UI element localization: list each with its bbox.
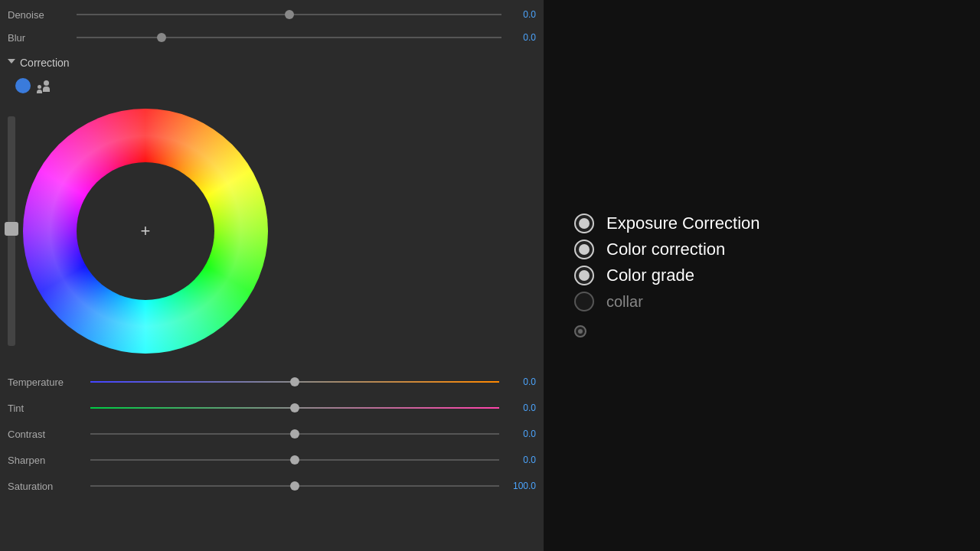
temperature-label: Temperature xyxy=(8,377,84,388)
option-color-grade[interactable]: Color grade xyxy=(574,266,949,285)
radio-exposure-outer[interactable] xyxy=(574,214,594,233)
correction-chevron-icon xyxy=(8,59,15,67)
contrast-track[interactable] xyxy=(90,433,499,435)
radio-color-grade-inner xyxy=(579,270,590,281)
radio-color-correction-inner xyxy=(579,244,590,255)
blur-track[interactable] xyxy=(77,37,501,38)
denoise-thumb[interactable] xyxy=(285,10,294,19)
people-icon xyxy=(37,78,55,93)
option-collar[interactable]: collar xyxy=(574,292,949,311)
radio-collar-outer[interactable] xyxy=(574,292,594,311)
denoise-label: Denoise xyxy=(8,9,69,21)
correction-icons xyxy=(0,75,544,101)
blur-value: 0.0 xyxy=(509,32,536,43)
contrast-label: Contrast xyxy=(8,429,84,440)
color-correction-label: Color correction xyxy=(606,240,725,259)
collar-label: collar xyxy=(606,293,643,311)
blur-row: Blur 0.0 xyxy=(8,26,536,49)
correction-header[interactable]: Correction xyxy=(8,57,536,69)
small-radio-outer[interactable] xyxy=(574,325,586,337)
brightness-slider-thumb[interactable] xyxy=(5,222,18,236)
color-wheel-crosshair-icon[interactable]: + xyxy=(141,221,151,241)
saturation-thumb[interactable] xyxy=(290,481,299,491)
denoise-value: 0.0 xyxy=(509,9,536,20)
brightness-vertical-slider[interactable] xyxy=(8,116,15,346)
color-wheel[interactable]: + xyxy=(23,109,268,354)
saturation-row: Saturation 100.0 xyxy=(8,473,536,499)
option-color-correction[interactable]: Color correction xyxy=(574,240,949,259)
sharpen-row: Sharpen 0.0 xyxy=(8,447,536,473)
option-small-dot[interactable] xyxy=(574,325,949,337)
blur-thumb[interactable] xyxy=(157,33,166,42)
sharpen-thumb[interactable] xyxy=(290,455,299,465)
parameter-sliders: Temperature 0.0 Tint 0.0 Contrast 0.0 Sh… xyxy=(0,361,544,499)
color-dot-icon[interactable] xyxy=(15,78,31,93)
color-grade-label: Color grade xyxy=(606,266,694,285)
saturation-value: 100.0 xyxy=(505,481,536,491)
sharpen-value: 0.0 xyxy=(505,455,536,465)
contrast-row: Contrast 0.0 xyxy=(8,421,536,447)
tint-value: 0.0 xyxy=(505,403,536,413)
color-wheel-ring[interactable]: + xyxy=(23,109,268,354)
option-exposure[interactable]: Exposure Correction xyxy=(574,214,949,233)
tint-row: Tint 0.0 xyxy=(8,395,536,421)
blur-label: Blur xyxy=(8,32,69,44)
saturation-track[interactable] xyxy=(90,485,499,487)
temperature-row: Temperature 0.0 xyxy=(8,369,536,395)
correction-label: Correction xyxy=(20,57,70,69)
tint-track[interactable] xyxy=(90,407,499,409)
color-wheel-area: + xyxy=(0,101,544,361)
temperature-value: 0.0 xyxy=(505,377,536,387)
tint-thumb[interactable] xyxy=(290,403,299,412)
temperature-track[interactable] xyxy=(90,381,499,383)
saturation-label: Saturation xyxy=(8,481,84,492)
tint-label: Tint xyxy=(8,403,84,414)
small-radio-inner xyxy=(578,329,583,334)
denoise-track[interactable] xyxy=(77,14,501,15)
radio-color-correction-outer[interactable] xyxy=(574,240,594,259)
sharpen-label: Sharpen xyxy=(8,455,84,466)
right-panel: Exposure Correction Color correction Col… xyxy=(544,0,980,551)
denoise-row: Denoise 0.0 xyxy=(8,3,536,26)
radio-color-grade-outer[interactable] xyxy=(574,266,594,285)
radio-exposure-inner xyxy=(579,218,590,229)
contrast-thumb[interactable] xyxy=(290,429,299,439)
temperature-thumb[interactable] xyxy=(290,377,299,386)
contrast-value: 0.0 xyxy=(505,429,536,439)
sharpen-track[interactable] xyxy=(90,459,499,461)
exposure-label: Exposure Correction xyxy=(606,214,760,233)
